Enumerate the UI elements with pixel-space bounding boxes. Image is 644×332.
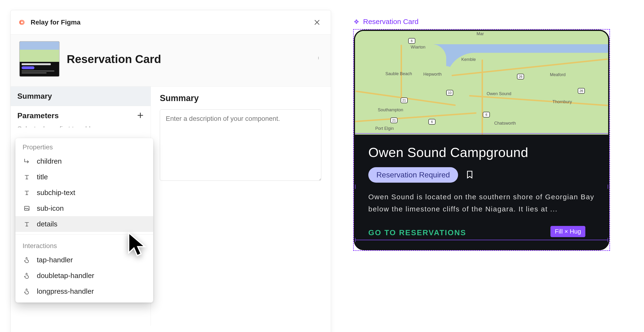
route-shield: 26 (578, 88, 585, 94)
map-town: Hepworth (424, 72, 442, 77)
plugin-title: Relay for Figma (31, 19, 80, 26)
route-shield: 6 (408, 38, 415, 44)
map-town: Mar (476, 31, 484, 36)
map-town: Chatsworth (494, 121, 516, 126)
property-item-label: subchip-text (37, 189, 75, 197)
svg-point-1 (318, 58, 319, 58)
plus-icon (137, 112, 144, 119)
properties-section-label: Properties (16, 138, 153, 153)
map-town: Meaford (550, 72, 566, 77)
canvas-component-name: Reservation Card (363, 18, 418, 26)
canvas-component-label[interactable]: Reservation Card (353, 18, 418, 26)
card-title: Owen Sound Campground (368, 145, 595, 160)
card-details: Owen Sound is located on the southern sh… (368, 191, 595, 215)
parameters-header: Parameters (11, 106, 150, 125)
canvas-selection-outer: Mar Wiarton Kemble Sauble Beach Hepworth… (353, 29, 610, 251)
tap-icon (22, 287, 31, 296)
selection-handle[interactable] (354, 238, 356, 242)
selection-handle[interactable] (608, 238, 609, 242)
right-column: Summary (151, 87, 331, 326)
map-town: Wiarton (411, 45, 426, 50)
plugin-header: Relay for Figma (11, 10, 331, 35)
property-item-subchip-text[interactable]: subchip-text (16, 185, 153, 201)
children-icon (22, 157, 31, 165)
summary-heading: Summary (160, 93, 322, 103)
property-item-details[interactable]: details (16, 216, 153, 232)
bookmark-icon (465, 170, 474, 179)
map-town: Port Elgin (375, 126, 394, 131)
map-town: Owen Sound (486, 91, 511, 96)
route-shield: 10 (446, 90, 453, 96)
route-shield: 26 (517, 74, 524, 79)
selection-handle[interactable] (608, 185, 609, 189)
tab-summary[interactable]: Summary (11, 87, 150, 106)
text-icon (22, 188, 31, 197)
kebab-icon (318, 54, 320, 62)
property-item-label: children (37, 157, 62, 165)
parameters-label: Parameters (17, 111, 59, 120)
interaction-item-label: longpress-handler (37, 287, 94, 295)
route-shield: 21 (390, 117, 398, 123)
property-item-sub-icon[interactable]: sub-icon (16, 201, 153, 216)
tap-icon (22, 271, 31, 280)
text-icon (22, 173, 31, 181)
tap-icon (22, 256, 31, 264)
close-icon (314, 19, 320, 26)
text-icon (22, 220, 31, 228)
image-icon (22, 204, 31, 213)
map-town: Kemble (462, 57, 476, 62)
property-item-label: title (37, 173, 48, 181)
reservation-card[interactable]: Mar Wiarton Kemble Sauble Beach Hepworth… (354, 30, 609, 250)
interaction-item-label: tap-handler (37, 256, 73, 264)
bookmark-button[interactable] (465, 170, 474, 180)
component-icon (353, 18, 360, 25)
close-button[interactable] (310, 16, 324, 29)
svg-point-0 (318, 57, 319, 57)
more-menu-button[interactable] (315, 52, 324, 66)
property-item-children[interactable]: children (16, 153, 153, 169)
interaction-item-longpress[interactable]: longpress-handler (16, 283, 153, 299)
map-town: Sauble Beach (386, 71, 412, 76)
reservation-chip[interactable]: Reservation Required (368, 167, 458, 183)
mouse-cursor-icon (125, 231, 153, 259)
parameters-hint: Select a layer first to add a (11, 125, 150, 127)
property-item-label: sub-icon (37, 204, 64, 212)
interaction-item-doubletap[interactable]: doubletap-handler (16, 268, 153, 283)
plugin-panel: Relay for Figma Reservation Card Summary… (10, 10, 331, 332)
map-town: Thornbury (552, 99, 572, 104)
svg-point-2 (318, 59, 319, 59)
component-header: Reservation Card (11, 35, 331, 87)
parameter-popover: Properties children title subchip-text s… (16, 138, 153, 302)
description-textarea[interactable] (160, 109, 321, 181)
add-parameter-button[interactable] (137, 110, 144, 121)
property-item-label: details (37, 220, 58, 228)
card-map: Mar Wiarton Kemble Sauble Beach Hepworth… (355, 31, 608, 135)
route-shield: 21 (400, 97, 408, 103)
property-item-title[interactable]: title (16, 169, 153, 185)
route-shield: 6 (483, 112, 490, 117)
map-town: Southampton (378, 107, 403, 112)
route-shield: 6 (428, 119, 436, 125)
interaction-item-label: doubletap-handler (37, 272, 94, 280)
card-body: Owen Sound Campground Reservation Requir… (355, 135, 608, 249)
component-name: Reservation Card (67, 53, 161, 66)
autolayout-size-badge: Fill × Hug (550, 226, 585, 237)
selection-handle[interactable] (354, 185, 356, 189)
relay-logo-icon (18, 18, 26, 27)
component-thumbnail (19, 41, 60, 77)
